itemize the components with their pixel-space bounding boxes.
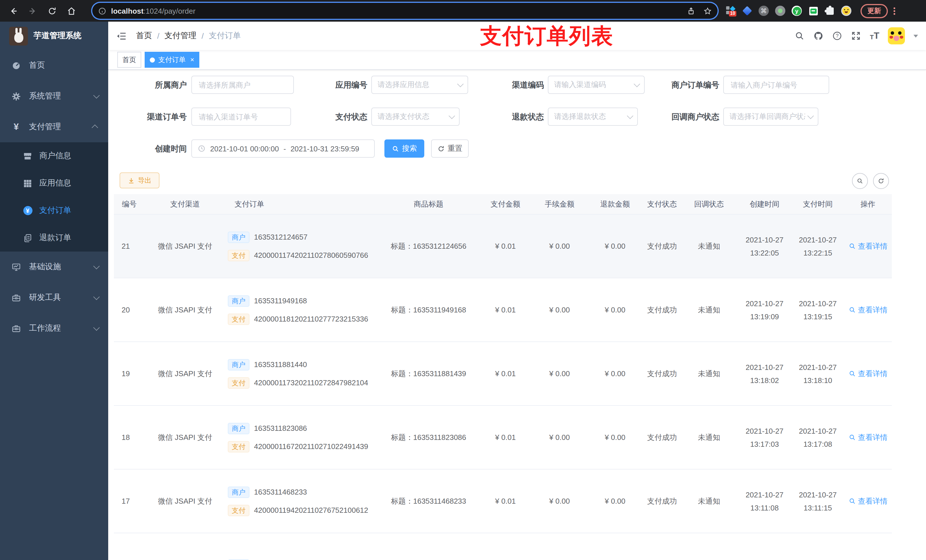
col-pay-status[interactable]: 支付状态: [643, 199, 681, 209]
sidebar-item-merchant-info[interactable]: 商户信息: [0, 142, 108, 170]
col-title[interactable]: 商品标题: [379, 199, 478, 209]
font-size-icon[interactable]: TT: [870, 31, 879, 41]
help-icon[interactable]: ?: [832, 31, 843, 41]
date-range-picker[interactable]: 2021-10-01 00:00:00 - 2021-10-31 23:59:5…: [191, 139, 375, 158]
refund-status-select[interactable]: 请选择退款状态: [548, 107, 638, 126]
browser-update-button[interactable]: 更新: [861, 4, 888, 18]
emoji-extension-icon[interactable]: [841, 6, 851, 16]
y-extension-icon[interactable]: y: [791, 6, 802, 16]
breadcrumb-home[interactable]: 首页: [136, 31, 152, 41]
cell-fee: ¥ 0.00: [533, 433, 587, 442]
github-icon[interactable]: [814, 31, 824, 41]
channel-order-input[interactable]: [198, 112, 285, 122]
sidebar-item-devtools[interactable]: 研发工具: [0, 282, 108, 313]
toggle-search-button[interactable]: [852, 173, 868, 189]
avatar[interactable]: [888, 27, 905, 44]
callback-status-select[interactable]: 请选择订单回调商户状态: [723, 107, 819, 126]
merchant-input[interactable]: [198, 80, 287, 90]
cell-amount: ¥ 0.01: [478, 497, 533, 506]
browser-menu-icon[interactable]: [894, 7, 895, 15]
pay-status-select[interactable]: 请选择支付状态: [371, 107, 460, 126]
filter-label-channel-code: 渠道编码: [475, 76, 544, 94]
dropdown-caret-icon[interactable]: [914, 35, 918, 37]
chat-extension-icon[interactable]: [808, 6, 819, 16]
reload-icon[interactable]: [42, 6, 62, 16]
table-row[interactable]: 19 微信 JSAPI 支付 商户1635311881440 支付4200001…: [114, 342, 892, 406]
channel-code-select[interactable]: 请输入渠道编码: [548, 76, 645, 94]
back-icon[interactable]: [3, 6, 23, 16]
cell-fee: ¥ 0.00: [533, 369, 587, 378]
tab-home[interactable]: 首页: [117, 52, 141, 68]
table-row[interactable]: 21 微信 JSAPI 支付 商户1635312124657 支付4200001…: [114, 214, 892, 278]
merchant-order-field[interactable]: [723, 76, 829, 94]
share-icon[interactable]: [687, 6, 695, 15]
col-notify-status[interactable]: 回调状态: [681, 199, 737, 209]
sidebar-item-label: 应用信息: [39, 178, 98, 189]
col-actions[interactable]: 操作: [844, 199, 892, 209]
reset-button[interactable]: 重置: [431, 139, 469, 158]
tags-view-bar: 首页 支付订单 ×: [108, 50, 926, 70]
app-select[interactable]: 请选择应用信息: [371, 76, 468, 94]
page-title: 支付订单列表: [450, 22, 643, 50]
table-row[interactable]: 18 微信 JSAPI 支付 商户1635311823086 支付4200001…: [114, 406, 892, 469]
search-icon[interactable]: [795, 31, 805, 41]
search-button[interactable]: 搜索: [384, 139, 424, 158]
sidebar-item-pay-order[interactable]: ¥ 支付订单: [0, 197, 108, 224]
sidebar-item-home[interactable]: 首页: [0, 50, 108, 81]
cell-id: 21: [114, 242, 142, 251]
view-detail-link[interactable]: 查看详情: [848, 368, 888, 379]
col-amount[interactable]: 支付金额: [478, 199, 533, 209]
fullscreen-icon[interactable]: [851, 31, 861, 41]
breadcrumb-level1[interactable]: 支付管理: [165, 31, 197, 41]
col-pay-time[interactable]: 支付时间: [791, 199, 844, 209]
view-detail-link[interactable]: 查看详情: [848, 496, 888, 506]
command-extension-icon[interactable]: ⌘: [758, 6, 769, 16]
col-fee[interactable]: 手续金额: [533, 199, 587, 209]
merchant-tag: 商户: [228, 423, 250, 434]
sidebar-item-system[interactable]: 系统管理: [0, 81, 108, 112]
export-button[interactable]: 导出: [120, 172, 159, 189]
sidebar-item-workflow[interactable]: 工作流程: [0, 313, 108, 344]
recorder-extension-icon[interactable]: [775, 6, 785, 16]
sidebar-item-label: 支付管理: [29, 122, 94, 132]
channel-code-placeholder: 请输入渠道编码: [554, 80, 632, 90]
monitor-chart-icon: [11, 262, 21, 272]
merchant-select[interactable]: [191, 76, 294, 94]
info-icon[interactable]: [98, 6, 106, 15]
refresh-table-button[interactable]: [873, 173, 889, 189]
sidebar-item-infra[interactable]: 基础设施: [0, 252, 108, 282]
sidebar-logo[interactable]: 芋道管理系统: [0, 22, 108, 50]
forward-icon[interactable]: [23, 6, 42, 16]
tab-pay-order[interactable]: 支付订单 ×: [145, 52, 199, 68]
grid-extension-icon[interactable]: 10: [726, 6, 736, 16]
col-create-time[interactable]: 创建时间: [737, 199, 791, 209]
merchant-order-input[interactable]: [729, 80, 823, 90]
home-icon[interactable]: [62, 6, 81, 16]
cell-amount: ¥ 0.01: [478, 306, 533, 314]
close-icon[interactable]: ×: [190, 56, 194, 63]
breadcrumb-level2: 支付订单: [209, 31, 241, 41]
gem-extension-icon[interactable]: [742, 6, 752, 16]
col-pay-order[interactable]: 支付订单: [228, 199, 379, 209]
breadcrumb: 首页 / 支付管理 / 支付订单: [136, 31, 241, 41]
col-refund[interactable]: 退款金额: [587, 199, 643, 209]
puzzle-extension-icon[interactable]: [825, 6, 835, 16]
sidebar-item-payment[interactable]: ¥ 支付管理: [0, 112, 108, 142]
view-detail-link[interactable]: 查看详情: [848, 432, 888, 442]
view-detail-link[interactable]: 查看详情: [848, 305, 888, 315]
col-id[interactable]: 编号: [114, 199, 142, 209]
sidebar-item-app-info[interactable]: 应用信息: [0, 170, 108, 197]
bookmark-star-icon[interactable]: [703, 6, 712, 15]
sidebar-collapse-icon[interactable]: [116, 30, 127, 41]
sidebar-item-refund-order[interactable]: 退款订单: [0, 224, 108, 252]
url-bar[interactable]: localhost:1024/pay/order: [92, 3, 717, 19]
channel-order-field[interactable]: [191, 107, 291, 126]
pay-order-icon: ¥: [23, 206, 32, 216]
table-row[interactable]: 17 微信 JSAPI 支付 商户1635311468233 支付4200001…: [114, 469, 892, 533]
col-channel[interactable]: 支付渠道: [142, 199, 228, 209]
table-row-partial[interactable]: 商户1635311315796: [114, 533, 892, 560]
table-row[interactable]: 20 微信 JSAPI 支付 商户1635311949168 支付4200001…: [114, 278, 892, 342]
cell-title: 标题：1635311881439: [379, 368, 478, 379]
extension-badge: 10: [729, 11, 736, 17]
view-detail-link[interactable]: 查看详情: [848, 241, 888, 251]
